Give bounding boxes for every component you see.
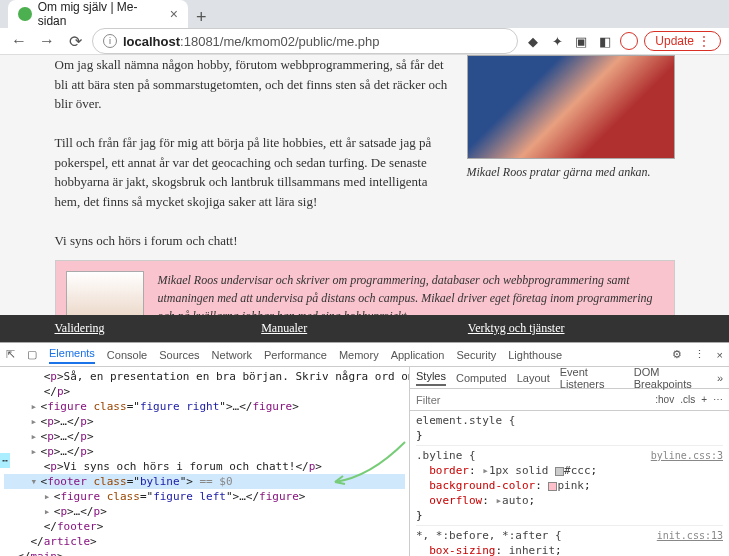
figure-right: Mikael Roos pratar gärna med ankan. [467, 55, 675, 181]
favicon-icon [18, 7, 32, 21]
page-footer: Validering Manualer Verktyg och tjänster [0, 315, 729, 342]
styles-filter: :hov .cls + ⋯ [410, 389, 729, 411]
hero-image [467, 55, 675, 159]
hov-toggle[interactable]: :hov [655, 394, 674, 405]
tab-title: Om mig själv | Me-sidan [38, 0, 164, 28]
extension-icon[interactable]: ▣ [572, 32, 590, 50]
styles-tabs: Styles Computed Layout Event Listeners D… [410, 367, 729, 389]
rule-source[interactable]: init.css:13 [657, 528, 723, 543]
paragraph: Vi syns och hörs i forum och chatt! [55, 231, 675, 251]
browser-toolbar: ← → ⟳ i localhost:18081/me/kmom02/public… [0, 28, 729, 55]
styles-rules[interactable]: element.style { } byline.css:3 .byline {… [410, 411, 729, 556]
extension-icon[interactable]: ✦ [548, 32, 566, 50]
more-icon[interactable]: ⋯ [713, 394, 723, 405]
tab-styles[interactable]: Styles [416, 370, 446, 386]
close-icon[interactable]: × [170, 6, 178, 22]
inspect-icon[interactable]: ⇱ [6, 348, 15, 361]
menu-icon[interactable]: ⋮ [694, 348, 705, 361]
figure-caption: Mikael Roos pratar gärna med ankan. [467, 163, 675, 181]
footer-col[interactable]: Validering [55, 321, 262, 336]
devtools: ⇱ ▢ Elements Console Sources Network Per… [0, 342, 729, 556]
url-path: :18081/me/kmom02/public/me.php [180, 34, 379, 49]
gear-icon[interactable]: ⚙ [672, 348, 682, 361]
add-rule-button[interactable]: + [701, 394, 707, 405]
menu-icon: ⋮ [698, 34, 710, 48]
rule-selector[interactable]: element.style { [416, 413, 723, 428]
byline: Mikael Roos Mikael Roos undervisar och s… [55, 260, 675, 315]
author-image [66, 271, 144, 315]
address-bar[interactable]: i localhost:18081/me/kmom02/public/me.ph… [92, 28, 518, 54]
reload-button[interactable]: ⟳ [64, 32, 86, 51]
color-swatch[interactable] [555, 467, 564, 476]
site-info-icon[interactable]: i [103, 34, 117, 48]
forward-button[interactable]: → [36, 32, 58, 50]
extension-icon[interactable]: ◧ [596, 32, 614, 50]
rule-source[interactable]: byline.css:3 [651, 448, 723, 463]
dom-tree[interactable]: ⋯ <p>Så, en presentation en bra början. … [0, 367, 409, 556]
footer-col[interactable]: Verktyg och tjänster [468, 321, 675, 336]
styles-panel: Styles Computed Layout Event Listeners D… [409, 367, 729, 556]
tab-console[interactable]: Console [107, 349, 147, 361]
tab-computed[interactable]: Computed [456, 372, 507, 384]
close-icon[interactable]: × [717, 349, 723, 361]
update-button[interactable]: Update ⋮ [644, 31, 721, 51]
back-button[interactable]: ← [8, 32, 30, 50]
tab-layout[interactable]: Layout [517, 372, 550, 384]
more-icon[interactable]: » [717, 372, 723, 384]
tab-event-listeners[interactable]: Event Listeners [560, 367, 624, 390]
url-host: localhost [123, 34, 180, 49]
page-content: Mikael Roos pratar gärna med ankan. Om j… [0, 55, 729, 315]
browser-tab-strip: Om mig själv | Me-sidan × + [0, 0, 729, 28]
byline-text: Mikael Roos undervisar och skriver om pr… [66, 271, 664, 315]
tab-elements[interactable]: Elements [49, 347, 95, 364]
new-tab-button[interactable]: + [188, 7, 215, 28]
browser-tab[interactable]: Om mig själv | Me-sidan × [8, 0, 188, 28]
profile-avatar[interactable] [620, 32, 638, 50]
tab-memory[interactable]: Memory [339, 349, 379, 361]
figure-left: Mikael Roos [66, 271, 146, 315]
dom-badge: ⋯ [0, 453, 10, 468]
filter-input[interactable] [416, 394, 649, 406]
devtools-tabs: ⇱ ▢ Elements Console Sources Network Per… [0, 343, 729, 367]
tab-performance[interactable]: Performance [264, 349, 327, 361]
cls-toggle[interactable]: .cls [680, 394, 695, 405]
device-icon[interactable]: ▢ [27, 348, 37, 361]
tab-security[interactable]: Security [456, 349, 496, 361]
tab-network[interactable]: Network [212, 349, 252, 361]
extension-icon[interactable]: ◆ [524, 32, 542, 50]
tab-lighthouse[interactable]: Lighthouse [508, 349, 562, 361]
tab-application[interactable]: Application [391, 349, 445, 361]
tab-dom-breakpoints[interactable]: DOM Breakpoints [634, 367, 707, 390]
footer-col[interactable]: Manualer [261, 321, 468, 336]
tab-sources[interactable]: Sources [159, 349, 199, 361]
